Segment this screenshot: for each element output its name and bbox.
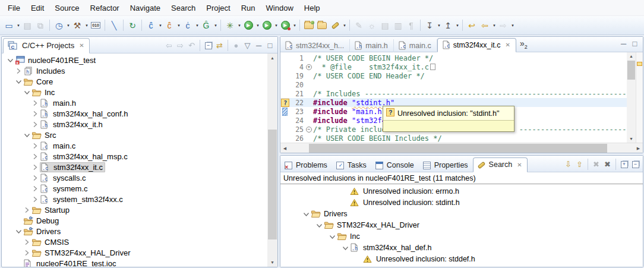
- expand-toggle[interactable]: [30, 152, 40, 160]
- run-button[interactable]: ▶: [242, 19, 254, 32]
- tree-item[interactable]: CMSIS: [2, 237, 267, 247]
- build-binary-button[interactable]: 010: [90, 19, 102, 32]
- import-button[interactable]: [303, 19, 315, 32]
- tree-item[interactable]: Src: [2, 130, 267, 140]
- scrollbar-thumb[interactable]: [627, 61, 635, 80]
- tree-item[interactable]: nucleoF401RE_test.ioc: [2, 258, 267, 267]
- expand-toggle[interactable]: [301, 210, 311, 218]
- collapse-all-button[interactable]: −: [630, 159, 641, 170]
- editor-tab-stm32f4xx-it-c[interactable]: .cstm32f4xx_it.c✕: [437, 38, 516, 52]
- editor-tab-main-c[interactable]: .cmain.c: [394, 39, 437, 52]
- tree-item[interactable]: Core: [2, 76, 267, 87]
- expand-toggle[interactable]: [14, 77, 23, 86]
- editor-tab-main-h[interactable]: .hmain.h: [350, 39, 394, 52]
- tab-cpp-projects[interactable]: C C/C++ Projects ✕: [3, 38, 90, 53]
- chevron-down-icon[interactable]: ▼: [85, 24, 89, 27]
- close-icon[interactable]: ✕: [517, 162, 522, 168]
- show-previous-match-button[interactable]: ⇧: [574, 159, 585, 170]
- minimize-button[interactable]: ─: [618, 38, 629, 49]
- expand-toggle[interactable]: [30, 141, 40, 150]
- chevron-down-icon[interactable]: ▼: [456, 24, 460, 27]
- tree-item[interactable]: .hstm32f4xx_it.h: [2, 119, 267, 130]
- chevron-down-icon[interactable]: ▼: [177, 24, 181, 27]
- update-software-button[interactable]: ↻: [127, 19, 138, 32]
- tree-item[interactable]: hIncludes: [2, 65, 267, 76]
- scrollbar-thumb[interactable]: [268, 130, 277, 239]
- fold-collapsed-icon[interactable]: +: [306, 64, 312, 70]
- editor-tab-stm32f4xx-h---[interactable]: .cstm32f4xx_h...: [280, 39, 350, 52]
- view-menu-button[interactable]: ▽: [242, 40, 253, 51]
- search-tool-button[interactable]: [329, 19, 341, 32]
- generate-code-button[interactable]: Ĝ: [200, 19, 212, 32]
- expand-toggle[interactable]: [30, 195, 40, 203]
- expand-toggle[interactable]: [22, 131, 31, 139]
- tab-tasks[interactable]: Tasks: [332, 159, 371, 172]
- tree-item[interactable]: Inc: [2, 87, 267, 97]
- tree-item[interactable]: STM32F4xx_HAL_Driver: [280, 219, 643, 231]
- debug-button[interactable]: ✳: [224, 19, 236, 32]
- scroll-left-icon[interactable]: ◀: [280, 143, 289, 153]
- expand-toggle[interactable]: [5, 56, 15, 64]
- tree-item[interactable]: Inc: [280, 231, 643, 242]
- tree-item[interactable]: .hmain.h: [2, 97, 267, 108]
- remove-all-matches-button[interactable]: ✖: [602, 159, 613, 170]
- tab-overflow-button[interactable]: »2: [516, 39, 530, 52]
- menu-refactor[interactable]: Refactor: [85, 1, 125, 15]
- expand-all-button[interactable]: +: [618, 159, 630, 170]
- chevron-down-icon[interactable]: ▼: [67, 24, 71, 27]
- menu-source[interactable]: Source: [49, 1, 84, 15]
- collapse-all-button[interactable]: −: [203, 40, 214, 51]
- chevron-down-icon[interactable]: ▼: [17, 24, 21, 27]
- tab-search[interactable]: Search✕: [473, 157, 528, 172]
- new-c-project-button[interactable]: ĉ: [145, 19, 157, 32]
- device-configuration-tool-button[interactable]: ◷: [53, 19, 65, 32]
- folded-region-indicator[interactable]: [430, 64, 435, 70]
- project-tree[interactable]: xnucleoF401RE_testhIncludesCoreInc.hmain…: [2, 53, 267, 267]
- menu-run[interactable]: Run: [236, 1, 261, 15]
- expand-toggle[interactable]: [22, 248, 31, 257]
- minimize-button[interactable]: ─: [253, 40, 264, 51]
- menu-file[interactable]: File: [2, 1, 26, 15]
- code-editor[interactable]: 1/* USER CODE BEGIN Header */4+ * @file …: [280, 52, 643, 143]
- tree-item[interactable]: .csyscalls.c: [2, 172, 267, 183]
- expand-toggle[interactable]: [30, 163, 40, 171]
- maximize-button[interactable]: □: [629, 38, 640, 49]
- tree-item[interactable]: Unresolved inclusion: stddef.h: [280, 253, 643, 264]
- menu-help[interactable]: Help: [299, 1, 326, 15]
- expand-toggle[interactable]: [22, 88, 31, 96]
- scroll-up-icon[interactable]: ▲: [267, 53, 277, 62]
- chevron-down-icon[interactable]: ▼: [238, 24, 242, 27]
- expand-toggle[interactable]: [30, 184, 40, 193]
- tree-item[interactable]: .cstm32f4xx_it.c: [2, 162, 267, 172]
- link-with-editor-button[interactable]: ⇄: [214, 40, 225, 51]
- new-c-file-button[interactable]: ċ: [182, 19, 194, 32]
- scroll-down-icon[interactable]: ▼: [627, 135, 636, 143]
- expand-toggle[interactable]: [14, 67, 23, 75]
- scrollbar-thumb[interactable]: [309, 144, 607, 153]
- chevron-down-icon[interactable]: ▼: [214, 24, 218, 27]
- tree-item[interactable]: Debug: [2, 215, 267, 226]
- tree-item[interactable]: .hstm32f4xx_hal_def.h: [280, 242, 643, 253]
- build-button[interactable]: ⚒: [71, 19, 83, 32]
- warning-marker[interactable]: [637, 62, 642, 66]
- fold-expanded-icon[interactable]: −: [306, 127, 312, 133]
- tree-item[interactable]: .cmain.c: [2, 140, 267, 151]
- menu-navigate[interactable]: Navigate: [125, 1, 166, 15]
- expand-toggle[interactable]: [30, 120, 40, 128]
- tree-item[interactable]: .hstm32f4xx_hal_conf.h: [2, 108, 267, 119]
- skip-all-breakpoints-button[interactable]: ╲: [108, 19, 120, 32]
- chevron-down-icon[interactable]: ▼: [437, 24, 441, 27]
- tree-item[interactable]: .csystem_stm32f4xx.c: [2, 194, 267, 204]
- tab-console[interactable]: Console: [371, 159, 419, 172]
- projects-scrollbar[interactable]: ▲ ▼: [267, 53, 277, 267]
- chevron-down-icon[interactable]: ▼: [195, 24, 200, 27]
- new-wizard-button[interactable]: ▭: [3, 19, 15, 32]
- overview-ruler[interactable]: [636, 52, 643, 143]
- scroll-down-icon[interactable]: ▼: [267, 258, 277, 267]
- chevron-down-icon[interactable]: ▼: [256, 24, 260, 27]
- expand-toggle[interactable]: [22, 238, 31, 246]
- last-edit-location-button[interactable]: ↩: [466, 19, 478, 32]
- scroll-right-icon[interactable]: ▶: [634, 143, 643, 153]
- tree-item[interactable]: Unresolved inclusion: stdint.h: [280, 197, 643, 208]
- maximize-button[interactable]: □: [264, 40, 276, 51]
